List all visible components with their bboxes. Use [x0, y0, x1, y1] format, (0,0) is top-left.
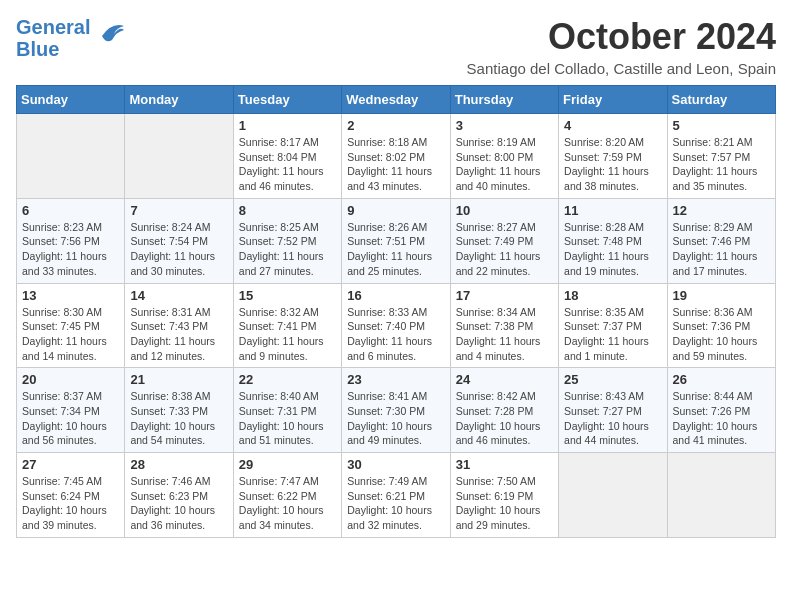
month-title: October 2024	[467, 16, 776, 58]
calendar-cell: 15Sunrise: 8:32 AMSunset: 7:41 PMDayligh…	[233, 283, 341, 368]
calendar-cell: 25Sunrise: 8:43 AMSunset: 7:27 PMDayligh…	[559, 368, 667, 453]
day-number: 24	[456, 372, 553, 387]
calendar-cell: 20Sunrise: 8:37 AMSunset: 7:34 PMDayligh…	[17, 368, 125, 453]
calendar-cell: 27Sunrise: 7:45 AMSunset: 6:24 PMDayligh…	[17, 453, 125, 538]
day-info: Sunrise: 8:33 AMSunset: 7:40 PMDaylight:…	[347, 305, 444, 364]
calendar-week-3: 13Sunrise: 8:30 AMSunset: 7:45 PMDayligh…	[17, 283, 776, 368]
day-number: 16	[347, 288, 444, 303]
day-info: Sunrise: 8:41 AMSunset: 7:30 PMDaylight:…	[347, 389, 444, 448]
day-info: Sunrise: 7:50 AMSunset: 6:19 PMDaylight:…	[456, 474, 553, 533]
calendar-week-2: 6Sunrise: 8:23 AMSunset: 7:56 PMDaylight…	[17, 198, 776, 283]
day-number: 10	[456, 203, 553, 218]
day-info: Sunrise: 8:21 AMSunset: 7:57 PMDaylight:…	[673, 135, 770, 194]
day-info: Sunrise: 8:24 AMSunset: 7:54 PMDaylight:…	[130, 220, 227, 279]
day-number: 19	[673, 288, 770, 303]
day-number: 13	[22, 288, 119, 303]
day-number: 2	[347, 118, 444, 133]
calendar-cell: 19Sunrise: 8:36 AMSunset: 7:36 PMDayligh…	[667, 283, 775, 368]
calendar-cell	[125, 114, 233, 199]
calendar-week-1: 1Sunrise: 8:17 AMSunset: 8:04 PMDaylight…	[17, 114, 776, 199]
logo-bird-icon	[94, 18, 126, 46]
col-header-friday: Friday	[559, 86, 667, 114]
day-number: 23	[347, 372, 444, 387]
calendar-cell: 16Sunrise: 8:33 AMSunset: 7:40 PMDayligh…	[342, 283, 450, 368]
day-info: Sunrise: 8:28 AMSunset: 7:48 PMDaylight:…	[564, 220, 661, 279]
day-info: Sunrise: 8:23 AMSunset: 7:56 PMDaylight:…	[22, 220, 119, 279]
day-info: Sunrise: 7:46 AMSunset: 6:23 PMDaylight:…	[130, 474, 227, 533]
col-header-thursday: Thursday	[450, 86, 558, 114]
calendar-cell: 30Sunrise: 7:49 AMSunset: 6:21 PMDayligh…	[342, 453, 450, 538]
day-info: Sunrise: 8:42 AMSunset: 7:28 PMDaylight:…	[456, 389, 553, 448]
calendar-table: SundayMondayTuesdayWednesdayThursdayFrid…	[16, 85, 776, 538]
calendar-cell	[17, 114, 125, 199]
day-number: 27	[22, 457, 119, 472]
calendar-week-5: 27Sunrise: 7:45 AMSunset: 6:24 PMDayligh…	[17, 453, 776, 538]
col-header-sunday: Sunday	[17, 86, 125, 114]
logo: General Blue	[16, 16, 126, 60]
day-info: Sunrise: 8:38 AMSunset: 7:33 PMDaylight:…	[130, 389, 227, 448]
day-info: Sunrise: 8:31 AMSunset: 7:43 PMDaylight:…	[130, 305, 227, 364]
calendar-cell: 17Sunrise: 8:34 AMSunset: 7:38 PMDayligh…	[450, 283, 558, 368]
title-section: October 2024 Santiago del Collado, Casti…	[467, 16, 776, 77]
day-number: 17	[456, 288, 553, 303]
calendar-cell: 3Sunrise: 8:19 AMSunset: 8:00 PMDaylight…	[450, 114, 558, 199]
location-subtitle: Santiago del Collado, Castille and Leon,…	[467, 60, 776, 77]
col-header-saturday: Saturday	[667, 86, 775, 114]
calendar-cell: 18Sunrise: 8:35 AMSunset: 7:37 PMDayligh…	[559, 283, 667, 368]
day-info: Sunrise: 7:45 AMSunset: 6:24 PMDaylight:…	[22, 474, 119, 533]
day-number: 8	[239, 203, 336, 218]
day-info: Sunrise: 8:35 AMSunset: 7:37 PMDaylight:…	[564, 305, 661, 364]
calendar-cell: 13Sunrise: 8:30 AMSunset: 7:45 PMDayligh…	[17, 283, 125, 368]
day-info: Sunrise: 8:19 AMSunset: 8:00 PMDaylight:…	[456, 135, 553, 194]
calendar-cell: 22Sunrise: 8:40 AMSunset: 7:31 PMDayligh…	[233, 368, 341, 453]
day-info: Sunrise: 8:17 AMSunset: 8:04 PMDaylight:…	[239, 135, 336, 194]
day-info: Sunrise: 8:30 AMSunset: 7:45 PMDaylight:…	[22, 305, 119, 364]
calendar-cell: 5Sunrise: 8:21 AMSunset: 7:57 PMDaylight…	[667, 114, 775, 199]
day-info: Sunrise: 8:18 AMSunset: 8:02 PMDaylight:…	[347, 135, 444, 194]
col-header-monday: Monday	[125, 86, 233, 114]
calendar-cell: 7Sunrise: 8:24 AMSunset: 7:54 PMDaylight…	[125, 198, 233, 283]
calendar-cell: 4Sunrise: 8:20 AMSunset: 7:59 PMDaylight…	[559, 114, 667, 199]
day-info: Sunrise: 7:47 AMSunset: 6:22 PMDaylight:…	[239, 474, 336, 533]
day-info: Sunrise: 8:43 AMSunset: 7:27 PMDaylight:…	[564, 389, 661, 448]
day-number: 29	[239, 457, 336, 472]
day-info: Sunrise: 7:49 AMSunset: 6:21 PMDaylight:…	[347, 474, 444, 533]
calendar-cell: 9Sunrise: 8:26 AMSunset: 7:51 PMDaylight…	[342, 198, 450, 283]
calendar-header: SundayMondayTuesdayWednesdayThursdayFrid…	[17, 86, 776, 114]
day-number: 11	[564, 203, 661, 218]
day-number: 7	[130, 203, 227, 218]
calendar-cell: 11Sunrise: 8:28 AMSunset: 7:48 PMDayligh…	[559, 198, 667, 283]
day-number: 28	[130, 457, 227, 472]
calendar-cell: 24Sunrise: 8:42 AMSunset: 7:28 PMDayligh…	[450, 368, 558, 453]
day-number: 3	[456, 118, 553, 133]
day-info: Sunrise: 8:36 AMSunset: 7:36 PMDaylight:…	[673, 305, 770, 364]
day-number: 1	[239, 118, 336, 133]
day-number: 6	[22, 203, 119, 218]
day-info: Sunrise: 8:34 AMSunset: 7:38 PMDaylight:…	[456, 305, 553, 364]
calendar-cell: 14Sunrise: 8:31 AMSunset: 7:43 PMDayligh…	[125, 283, 233, 368]
calendar-cell	[559, 453, 667, 538]
day-number: 9	[347, 203, 444, 218]
page-header: General Blue October 2024 Santiago del C…	[16, 16, 776, 77]
day-info: Sunrise: 8:32 AMSunset: 7:41 PMDaylight:…	[239, 305, 336, 364]
day-info: Sunrise: 8:29 AMSunset: 7:46 PMDaylight:…	[673, 220, 770, 279]
calendar-week-4: 20Sunrise: 8:37 AMSunset: 7:34 PMDayligh…	[17, 368, 776, 453]
day-number: 26	[673, 372, 770, 387]
calendar-cell: 29Sunrise: 7:47 AMSunset: 6:22 PMDayligh…	[233, 453, 341, 538]
calendar-cell: 8Sunrise: 8:25 AMSunset: 7:52 PMDaylight…	[233, 198, 341, 283]
calendar-cell: 10Sunrise: 8:27 AMSunset: 7:49 PMDayligh…	[450, 198, 558, 283]
day-number: 31	[456, 457, 553, 472]
day-number: 20	[22, 372, 119, 387]
day-number: 22	[239, 372, 336, 387]
calendar-cell	[667, 453, 775, 538]
day-number: 25	[564, 372, 661, 387]
day-number: 30	[347, 457, 444, 472]
calendar-cell: 6Sunrise: 8:23 AMSunset: 7:56 PMDaylight…	[17, 198, 125, 283]
day-number: 14	[130, 288, 227, 303]
calendar-cell: 21Sunrise: 8:38 AMSunset: 7:33 PMDayligh…	[125, 368, 233, 453]
day-number: 18	[564, 288, 661, 303]
calendar-cell: 1Sunrise: 8:17 AMSunset: 8:04 PMDaylight…	[233, 114, 341, 199]
day-number: 4	[564, 118, 661, 133]
day-info: Sunrise: 8:27 AMSunset: 7:49 PMDaylight:…	[456, 220, 553, 279]
day-info: Sunrise: 8:44 AMSunset: 7:26 PMDaylight:…	[673, 389, 770, 448]
